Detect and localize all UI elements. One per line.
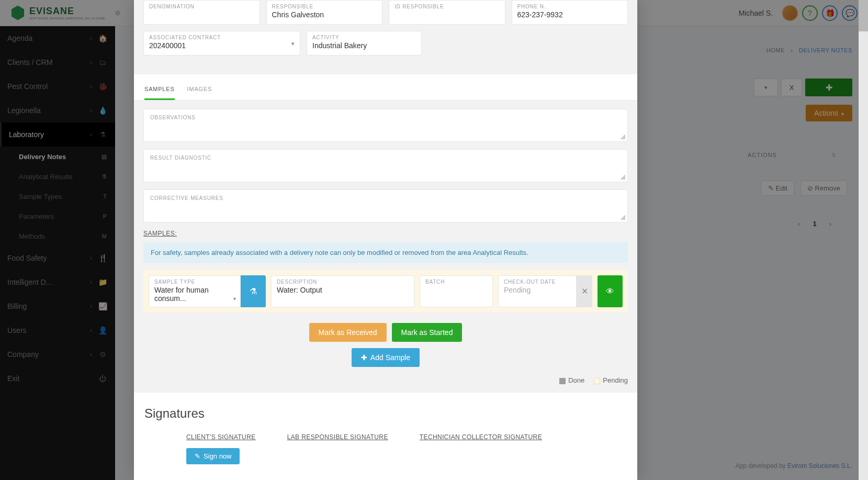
tab-bar: SAMPLES IMAGES: [134, 74, 637, 101]
sample-type-select[interactable]: SAMPLE TYPE Water for human consum... ▾: [149, 275, 241, 307]
phone-field[interactable]: PHONE N. 623-237-9932: [512, 0, 628, 25]
pending-swatch: [594, 378, 600, 384]
client-signature-header: CLIENT'S SIGNATURE: [186, 433, 256, 441]
eye-icon: 👁: [606, 287, 614, 296]
resize-handle[interactable]: [620, 215, 625, 220]
sample-row: SAMPLE TYPE Water for human consum... ▾ …: [143, 270, 628, 312]
tab-images[interactable]: IMAGES: [187, 86, 212, 100]
associated-contract-select[interactable]: ASSOCIATED CONTRACT 202400001: [143, 31, 300, 55]
samples-header: SAMPLES:: [143, 230, 628, 237]
legend: Done Pending: [143, 376, 628, 384]
observations-textarea[interactable]: OBSERVATIONS: [143, 109, 628, 142]
activity-field[interactable]: ACTIVITY Industrial Bakery: [307, 31, 422, 55]
tab-samples[interactable]: SAMPLES: [144, 86, 175, 100]
mark-started-button[interactable]: Mark as Started: [392, 323, 463, 342]
plus-icon: ✚: [361, 353, 367, 362]
denomination-field[interactable]: DENOMINATION: [143, 0, 260, 25]
page-scrollbar[interactable]: [859, 0, 868, 480]
corrective-measures-textarea[interactable]: CORRECTIVE MEASURES: [143, 189, 628, 222]
remove-sample-button[interactable]: ✕: [577, 275, 592, 307]
resize-handle[interactable]: [620, 174, 625, 180]
delivery-note-modal: DENOMINATION RESPONSIBLE Chris Galveston…: [134, 0, 637, 480]
result-diagnostic-textarea[interactable]: RESULT DIAGNOSTIC: [143, 149, 628, 182]
id-responsible-field[interactable]: ID RESPONSIBLE: [389, 0, 505, 25]
view-sample-button[interactable]: 👁: [598, 275, 623, 307]
resize-handle[interactable]: [620, 134, 625, 139]
signatures-section: Signatures CLIENT'S SIGNATURE ✎Sign now …: [134, 393, 637, 475]
responsible-field[interactable]: RESPONSIBLE Chris Galveston: [266, 0, 383, 25]
signatures-title: Signatures: [144, 406, 627, 421]
tech-signature-header: TECHNICIAN COLLECTOR SIGNATURE: [420, 433, 542, 441]
pencil-icon: ✎: [195, 452, 200, 460]
close-icon: ✕: [581, 286, 588, 296]
done-swatch: [559, 378, 566, 384]
sign-now-button[interactable]: ✎Sign now: [186, 448, 240, 464]
sample-type-icon-button[interactable]: ⚗: [241, 275, 266, 307]
mark-received-button[interactable]: Mark as Received: [309, 323, 387, 342]
lab-signature-header: LAB RESPONSIBLE SIGNATURE: [287, 433, 388, 441]
flask-icon: ⚗: [250, 286, 257, 296]
chevron-down-icon: ▾: [233, 296, 236, 302]
sample-batch-field[interactable]: BATCH: [420, 275, 493, 307]
info-banner: For safety, samples already associated w…: [143, 242, 628, 263]
add-sample-button[interactable]: ✚Add Sample: [352, 348, 420, 367]
scrollbar-thumb[interactable]: [859, 0, 868, 31]
checkout-date-field[interactable]: CHECK-OUT DATE Pending: [498, 275, 577, 307]
sample-description-field[interactable]: DESCRIPTION Water: Output: [271, 275, 414, 307]
